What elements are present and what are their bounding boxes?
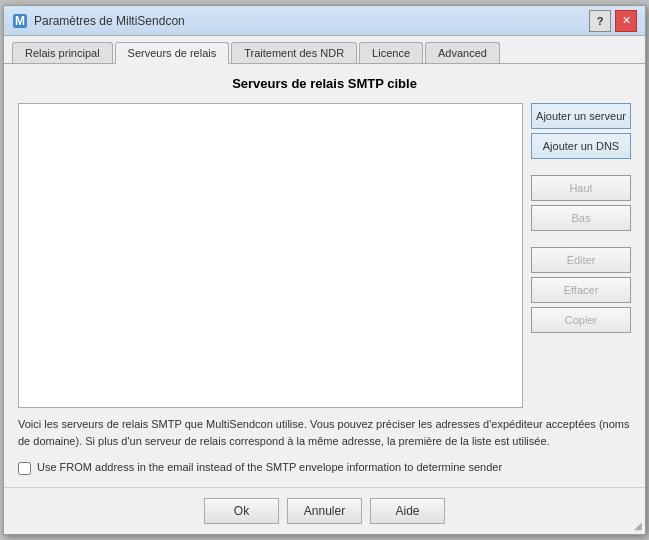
checkbox-row: Use FROM address in the email instead of…: [18, 461, 631, 475]
main-window: M Paramètres de MiltiSendcon ? ✕ Relais …: [3, 5, 646, 535]
editer-button[interactable]: Éditer: [531, 247, 631, 273]
description-text: Voici les serveurs de relais SMTP que Mu…: [18, 416, 631, 449]
copier-button[interactable]: Copier: [531, 307, 631, 333]
ajouter-dns-button[interactable]: Ajouter un DNS: [531, 133, 631, 159]
tab-serveurs-de-relais[interactable]: Serveurs de relais: [115, 42, 230, 64]
side-buttons: Ajouter un serveur Ajouter un DNS Haut B…: [531, 103, 631, 408]
ok-button[interactable]: Ok: [204, 498, 279, 524]
help-button[interactable]: ?: [589, 10, 611, 32]
title-bar-left: M Paramètres de MiltiSendcon: [12, 13, 185, 29]
checkbox-label: Use FROM address in the email instead of…: [37, 461, 502, 473]
section-title: Serveurs de relais SMTP cible: [18, 76, 631, 91]
aide-button[interactable]: Aide: [370, 498, 445, 524]
bas-button[interactable]: Bas: [531, 205, 631, 231]
haut-button[interactable]: Haut: [531, 175, 631, 201]
resize-handle: ◢: [634, 520, 642, 531]
spacer2: [531, 235, 631, 243]
close-button[interactable]: ✕: [615, 10, 637, 32]
tab-bar: Relais principal Serveurs de relais Trai…: [4, 36, 645, 64]
main-area: Ajouter un serveur Ajouter un DNS Haut B…: [18, 103, 631, 408]
app-icon: M: [12, 13, 28, 29]
ajouter-serveur-button[interactable]: Ajouter un serveur: [531, 103, 631, 129]
tab-content: Serveurs de relais SMTP cible Ajouter un…: [4, 64, 645, 487]
footer: Ok Annuler Aide: [4, 487, 645, 534]
title-bar: M Paramètres de MiltiSendcon ? ✕: [4, 6, 645, 36]
server-list[interactable]: [18, 103, 523, 408]
svg-text:M: M: [15, 14, 25, 28]
tab-relais-principal[interactable]: Relais principal: [12, 42, 113, 63]
from-address-checkbox[interactable]: [18, 462, 31, 475]
effacer-button[interactable]: Effacer: [531, 277, 631, 303]
tab-licence[interactable]: Licence: [359, 42, 423, 63]
annuler-button[interactable]: Annuler: [287, 498, 362, 524]
spacer1: [531, 163, 631, 171]
tab-advanced[interactable]: Advanced: [425, 42, 500, 63]
tab-traitement-des-ndr[interactable]: Traitement des NDR: [231, 42, 357, 63]
title-bar-right: ? ✕: [589, 10, 637, 32]
window-title: Paramètres de MiltiSendcon: [34, 14, 185, 28]
